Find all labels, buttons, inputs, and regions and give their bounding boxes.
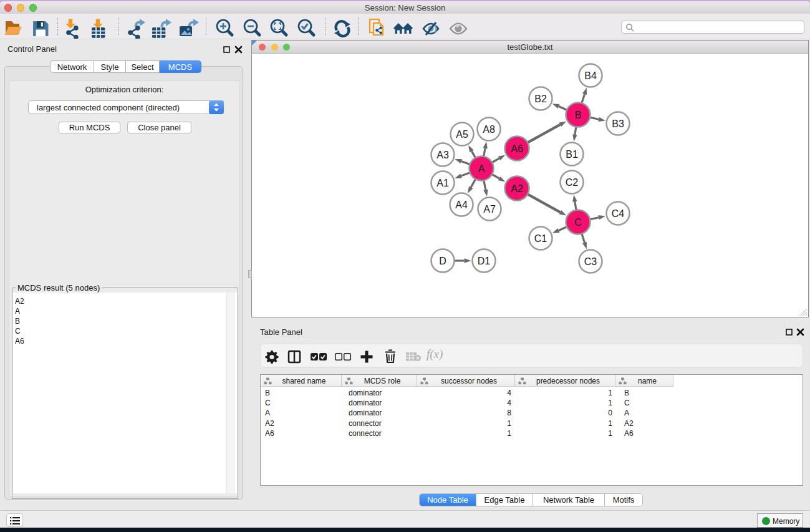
svg-text:B4: B4 [584,70,597,81]
svg-text:A7: A7 [483,204,496,215]
svg-text:C1: C1 [534,233,547,244]
svg-text:C3: C3 [584,256,597,267]
svg-text:D: D [439,256,446,266]
svg-text:A3: A3 [436,150,449,160]
svg-text:A: A [478,163,485,174]
svg-text:C: C [574,217,582,228]
svg-text:D1: D1 [478,256,491,266]
svg-text:A1: A1 [436,178,449,188]
svg-text:A6: A6 [511,143,523,154]
svg-text:A2: A2 [511,183,523,194]
svg-text:A4: A4 [455,200,468,210]
svg-text:B2: B2 [534,94,547,104]
svg-text:B1: B1 [566,149,578,160]
svg-text:B3: B3 [612,118,624,129]
svg-text:C4: C4 [612,208,625,219]
svg-text:A8: A8 [483,124,495,135]
svg-text:B: B [575,110,582,120]
svg-text:A5: A5 [456,129,468,140]
svg-text:C2: C2 [566,177,579,188]
